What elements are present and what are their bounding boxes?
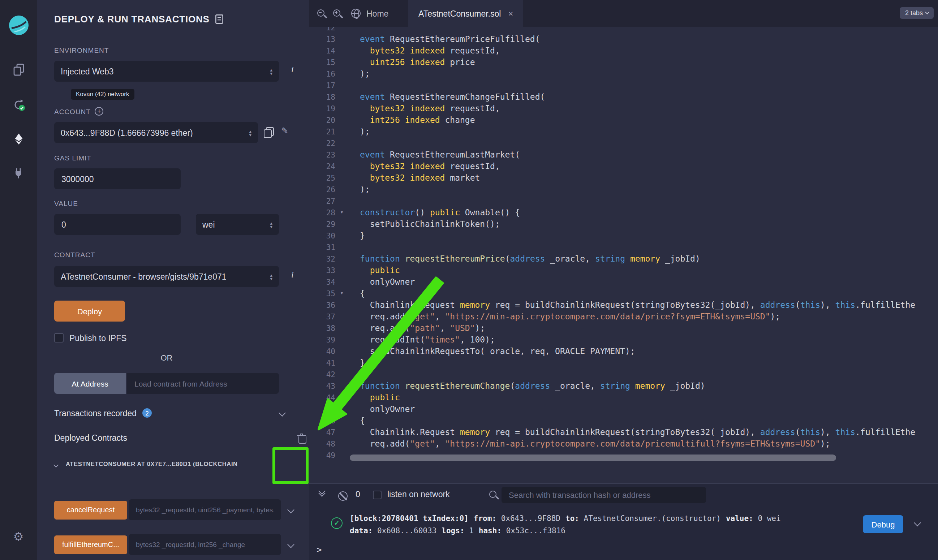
- line-number: 20: [309, 114, 335, 126]
- code-line: 25 bytes32 indexed market: [309, 172, 938, 183]
- terminal-search-input[interactable]: [501, 487, 706, 503]
- code-line: 36 Chainlink.Request memory req = buildC…: [309, 299, 938, 311]
- chevron-down-icon[interactable]: [914, 519, 921, 526]
- contract-select[interactable]: ATestnetConsumer - browser/gists/9b71e07…: [54, 266, 279, 287]
- code-text: req.addInt("times", 100);: [348, 334, 495, 345]
- transactions-recorded-row[interactable]: Transactions recorded 2: [54, 408, 152, 418]
- fold-spacer: [335, 160, 348, 172]
- code-text: int256 indexed change: [348, 114, 475, 126]
- chevron-down-icon[interactable]: [278, 409, 286, 417]
- fold-spacer: [335, 103, 348, 114]
- line-number: 33: [309, 265, 335, 276]
- contract-info-icon[interactable]: i: [291, 269, 294, 280]
- fold-spacer: [335, 80, 348, 91]
- plugin-manager-icon[interactable]: [0, 168, 37, 179]
- log-line-2: data: 0x608...60033logs: 1hash: 0x53c...…: [350, 525, 781, 537]
- value-unit-select[interactable]: wei ▴▾: [196, 214, 279, 235]
- code-line: 42: [309, 369, 938, 380]
- remix-logo[interactable]: [0, 14, 37, 36]
- cancelRequest-button[interactable]: cancelRequest: [54, 500, 127, 519]
- fold-spacer: [335, 149, 348, 160]
- fold-spacer: [335, 27, 348, 33]
- line-number: 13: [309, 33, 335, 45]
- close-icon[interactable]: ×: [508, 9, 513, 18]
- fold-spacer: [335, 56, 348, 68]
- listen-network-checkbox[interactable]: [373, 491, 381, 499]
- trash-icon[interactable]: [297, 433, 306, 443]
- home-tab-label: Home: [366, 9, 388, 18]
- zoom-in-icon[interactable]: [332, 9, 343, 19]
- tab-active-file[interactable]: ATestnetConsumer.sol ×: [408, 0, 523, 27]
- value-label: VALUE: [54, 199, 78, 208]
- fold-spacer: [335, 242, 348, 253]
- chevron-down-icon[interactable]: [287, 541, 294, 548]
- tabs-dropdown[interactable]: 2 tabs: [900, 7, 934, 19]
- code-text: [348, 369, 360, 380]
- code-text: [348, 27, 360, 33]
- copy-account-icon[interactable]: [264, 127, 274, 138]
- at-address-input[interactable]: [127, 373, 279, 394]
- code-line: 38 req.add("path", "USD");: [309, 322, 938, 334]
- fold-spacer: [335, 253, 348, 265]
- compiler-icon[interactable]: [0, 98, 37, 111]
- or-divider: OR: [54, 353, 279, 362]
- fulfillEthereumChange-button[interactable]: fulfillEthereumC...: [54, 535, 127, 554]
- environment-select[interactable]: Injected Web3 ▴▾: [54, 61, 279, 82]
- plug-icon: [13, 168, 24, 179]
- line-number: 43: [309, 380, 335, 392]
- settings-gear-icon[interactable]: ⚙: [0, 531, 37, 543]
- tab-home[interactable]: Home: [351, 0, 388, 27]
- debug-button[interactable]: Debug: [863, 515, 903, 533]
- line-number: 48: [309, 438, 335, 449]
- fulfillEthereumChange-args-input[interactable]: [129, 534, 281, 555]
- tx-success-icon: ✓: [331, 517, 343, 529]
- fold-spacer: [335, 276, 348, 288]
- at-address-button[interactable]: At Address: [54, 373, 126, 394]
- stepper-icon: ▴▾: [270, 68, 272, 75]
- line-number: 39: [309, 334, 335, 345]
- gear-icon: ⚙: [13, 531, 24, 543]
- file-explorer-icon[interactable]: [0, 64, 37, 76]
- code-line: 32function requestEthereumPrice(address …: [309, 253, 938, 265]
- environment-info-icon[interactable]: i: [291, 64, 294, 75]
- transaction-log[interactable]: [block:20780401 txIndex:0]from: 0x643...…: [350, 512, 781, 537]
- publish-ipfs-checkbox[interactable]: [54, 333, 64, 343]
- code-line: 35▾{: [309, 288, 938, 299]
- chevron-down-icon[interactable]: [54, 462, 58, 468]
- line-number: 32: [309, 253, 335, 265]
- code-line: 19 bytes32 indexed requestId,: [309, 103, 938, 114]
- edit-account-icon[interactable]: ✎: [281, 126, 288, 135]
- fold-toggle-icon[interactable]: ▾: [335, 207, 348, 218]
- pending-count: 0: [355, 490, 360, 498]
- code-editor[interactable]: 1213event RequestEthereumPriceFulfilled(…: [309, 27, 938, 483]
- fold-spacer: [335, 195, 348, 207]
- line-number: 25: [309, 172, 335, 183]
- code-text: );: [348, 183, 370, 195]
- code-text: constructor() public Ownable() {: [348, 207, 520, 218]
- gas-limit-input[interactable]: [54, 168, 181, 189]
- value-input[interactable]: [54, 214, 181, 235]
- account-label: ACCOUNT +: [54, 107, 104, 115]
- code-text: uint256 indexed price: [348, 56, 475, 68]
- deploy-button[interactable]: Deploy: [54, 301, 125, 322]
- fold-spacer: [335, 311, 348, 322]
- horizontal-scrollbar[interactable]: [350, 454, 836, 461]
- account-select[interactable]: 0x643...9F88D (1.666673996 ether) ▴▾: [54, 122, 258, 143]
- chevron-down-icon[interactable]: [287, 506, 294, 513]
- add-account-icon[interactable]: +: [95, 107, 104, 115]
- fold-spacer: [335, 299, 348, 311]
- code-line: 31: [309, 242, 938, 253]
- network-badge: Kovan (42) network: [71, 89, 134, 100]
- zoom-out-icon[interactable]: [317, 9, 327, 19]
- fold-toggle-icon[interactable]: ▾: [335, 288, 348, 299]
- files-icon: [13, 64, 24, 76]
- cancelRequest-args-input[interactable]: [129, 499, 281, 520]
- code-line: 23event RequestEthereumLastMarket(: [309, 149, 938, 160]
- deploy-run-icon[interactable]: [0, 133, 37, 145]
- collapse-terminal-icon[interactable]: [320, 491, 324, 496]
- transactions-count-badge: 2: [142, 408, 152, 418]
- deployed-contract-item[interactable]: ATESTNETCONSUMER AT 0X7E7...E80D1 (BLOCK…: [66, 460, 238, 468]
- environment-value: Injected Web3: [61, 67, 114, 75]
- clear-terminal-icon[interactable]: [338, 491, 348, 501]
- terminal-prompt[interactable]: >: [317, 545, 321, 555]
